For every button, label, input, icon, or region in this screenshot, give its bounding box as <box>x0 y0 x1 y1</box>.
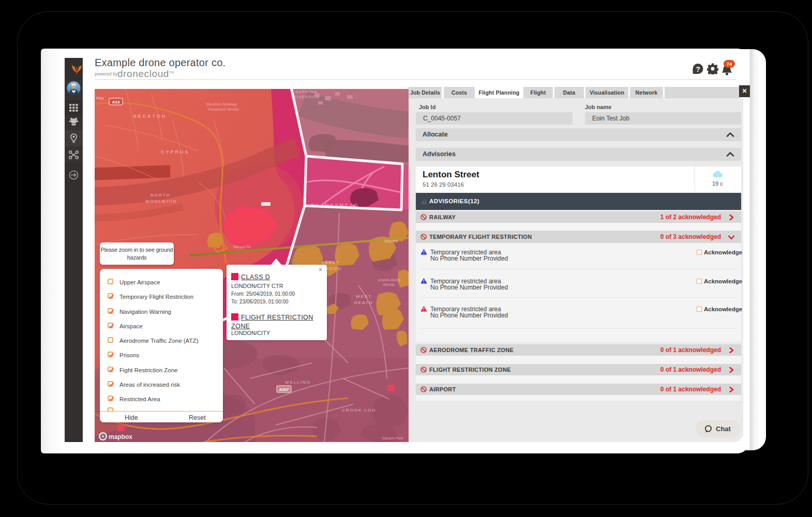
svg-text:A207: A207 <box>279 387 289 392</box>
svg-text:CYPRUS: CYPRUS <box>161 149 190 155</box>
svg-text:WOOLWICH: WOOLWICH <box>145 199 177 204</box>
svg-text:A13: A13 <box>112 100 120 104</box>
svg-text:Treatment Works: Treatment Works <box>207 107 239 112</box>
svg-text:THAMESMEAD: THAMESMEAD <box>311 203 359 208</box>
svg-text:Lesnes Abbey: Lesnes Abbey <box>378 278 401 282</box>
svg-text:A0ry Rd: A0ry Rd <box>384 239 397 244</box>
svg-text:Woods: Woods <box>383 283 395 286</box>
svg-text:mapbox: mapbox <box>109 433 132 440</box>
svg-text:CROOK LOG: CROOK LOG <box>342 408 376 413</box>
svg-text:Danson Park: Danson Park <box>382 436 403 440</box>
svg-text:NORTH: NORTH <box>151 193 170 197</box>
svg-text:HEATH: HEATH <box>354 300 373 305</box>
svg-text:BECKTON: BECKTON <box>133 114 167 119</box>
svg-text:WEST: WEST <box>356 294 372 299</box>
svg-text:Way: Way <box>96 96 104 100</box>
svg-text:?: ? <box>696 65 700 73</box>
svg-text:Beckton Sewage: Beckton Sewage <box>206 102 238 107</box>
svg-text:BARKING: BARKING <box>295 89 318 94</box>
svg-text:Maryon Rd: Maryon Rd <box>233 245 251 249</box>
svg-text:WELLING: WELLING <box>285 380 311 385</box>
svg-text:RIVERSIDE: RIVERSIDE <box>293 95 320 99</box>
svg-text:ABBEY: ABBEY <box>321 260 340 265</box>
svg-text:WOOD: WOOD <box>324 266 342 271</box>
